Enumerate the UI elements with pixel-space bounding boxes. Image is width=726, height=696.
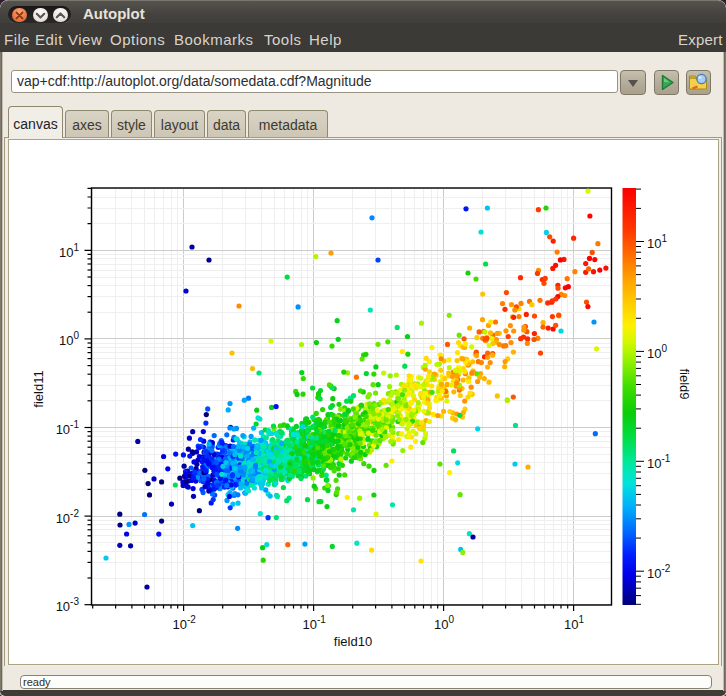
svg-text:10-2: 10-2: [647, 563, 671, 581]
svg-text:field10: field10: [334, 634, 372, 649]
svg-text:101: 101: [59, 242, 79, 260]
svg-text:101: 101: [564, 614, 584, 632]
svg-text:field9: field9: [677, 368, 692, 399]
svg-text:10-2: 10-2: [172, 614, 196, 632]
svg-text:100: 100: [434, 614, 454, 632]
svg-text:10-3: 10-3: [56, 596, 80, 614]
svg-text:100: 100: [59, 330, 79, 348]
svg-text:10-1: 10-1: [647, 453, 671, 471]
svg-text:field11: field11: [31, 370, 46, 407]
svg-text:100: 100: [647, 343, 667, 361]
svg-text:10-1: 10-1: [56, 419, 80, 437]
svg-text:10-2: 10-2: [56, 508, 80, 526]
svg-text:10-1: 10-1: [302, 614, 326, 632]
svg-text:101: 101: [647, 233, 667, 251]
